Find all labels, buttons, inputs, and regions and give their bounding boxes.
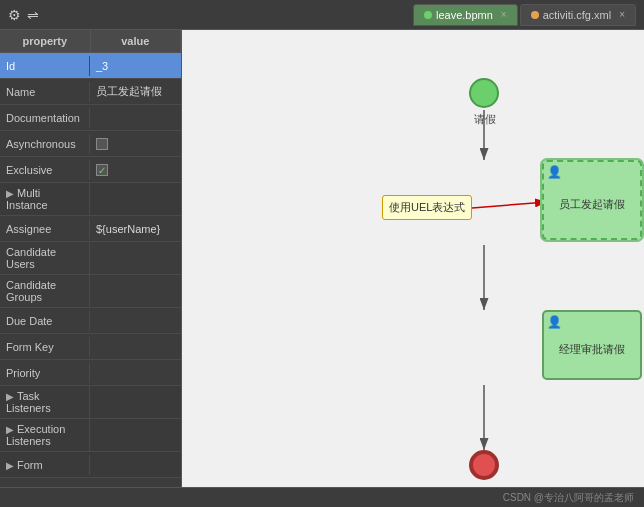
tab-dot-xml	[531, 11, 539, 19]
prop-name-name: Name	[0, 82, 90, 102]
prop-name-due-date: Due Date	[0, 311, 90, 331]
prop-name-exclusive: Exclusive	[0, 160, 90, 180]
prop-name-multi-instance: ▶Multi Instance	[0, 183, 90, 215]
tab-close-bpmn[interactable]: ×	[501, 9, 507, 20]
prop-row-form[interactable]: ▶Form	[0, 452, 181, 478]
prop-table-header: property value	[0, 30, 181, 53]
prop-name-documentation: Documentation	[0, 108, 90, 128]
tab-label-xml: activiti.cfg.xml	[543, 9, 611, 21]
footer-text: CSDN @专治八阿哥的孟老师	[503, 491, 634, 505]
prop-row-form-key[interactable]: Form Key	[0, 334, 181, 360]
prop-row-assignee[interactable]: Assignee ${userName}	[0, 216, 181, 242]
prop-value-form	[90, 461, 181, 469]
prop-row-multi-instance[interactable]: ▶Multi Instance	[0, 183, 181, 216]
prop-row-candidate-groups[interactable]: Candidate Groups	[0, 275, 181, 308]
tab-bar: leave.bpmn × activiti.cfg.xml ×	[413, 4, 636, 26]
toolbar: ⚙ ⇌ leave.bpmn × activiti.cfg.xml ×	[0, 0, 644, 30]
prop-row-asynchronous[interactable]: Asynchronous	[0, 131, 181, 157]
annotation-text: 使用UEL表达式	[389, 201, 465, 213]
prop-value-documentation[interactable]	[90, 114, 181, 122]
toolbar-icons: ⚙ ⇌	[8, 7, 39, 23]
prop-col-property: property	[0, 30, 91, 52]
expand-icon-task-listeners: ▶	[6, 391, 14, 402]
prop-name-id: Id	[0, 56, 90, 76]
prop-name-task-listeners: ▶Task Listeners	[0, 386, 90, 418]
task-manager-approve[interactable]: 👤 经理审批请假	[542, 310, 642, 380]
prop-value-form-key[interactable]	[90, 343, 181, 351]
prop-value-name[interactable]: 员工发起请假	[90, 80, 181, 103]
task-employee-request[interactable]: 👤 员工发起请假	[542, 160, 642, 240]
expand-icon-multi: ▶	[6, 188, 14, 199]
start-event[interactable]	[469, 78, 499, 108]
task2-label: 经理审批请假	[559, 342, 625, 357]
prop-name-form: ▶Form	[0, 455, 90, 475]
prop-row-candidate-users[interactable]: Candidate Users	[0, 242, 181, 275]
tab-activiti-cfg[interactable]: activiti.cfg.xml ×	[520, 4, 636, 26]
task-icon-manager: 👤	[547, 315, 562, 329]
prop-name-candidate-groups: Candidate Groups	[0, 275, 90, 307]
prop-value-assignee[interactable]: ${userName}	[90, 219, 181, 239]
annotation-box: 使用UEL表达式	[382, 195, 472, 220]
prop-name-priority: Priority	[0, 363, 90, 383]
prop-value-task-listeners	[90, 398, 181, 406]
prop-value-due-date[interactable]	[90, 317, 181, 325]
prop-value-exclusive[interactable]	[90, 159, 181, 180]
prop-name-candidate-users: Candidate Users	[0, 242, 90, 274]
checkbox-exclusive[interactable]	[96, 164, 108, 176]
prop-value-priority[interactable]	[90, 369, 181, 377]
task-icon-employee: 👤	[547, 165, 562, 179]
diagram-canvas: 请假 👤 员工发起请假 👤 经理审批请假 使用UEL表达式	[182, 30, 644, 487]
prop-col-value: value	[91, 30, 182, 52]
prop-value-candidate-users[interactable]	[90, 254, 181, 262]
prop-name-assignee: Assignee	[0, 219, 90, 239]
prop-row-id[interactable]: Id _3	[0, 53, 181, 79]
main-content: property value Id _3 Name 员工发起请假 Documen…	[0, 30, 644, 487]
svg-line-5	[472, 202, 547, 208]
prop-row-documentation[interactable]: Documentation	[0, 105, 181, 131]
expand-icon-form: ▶	[6, 460, 14, 471]
prop-name-asynchronous: Asynchronous	[0, 134, 90, 154]
prop-row-due-date[interactable]: Due Date	[0, 308, 181, 334]
diagram-arrows	[182, 30, 644, 487]
prop-value-id[interactable]: _3	[90, 56, 181, 76]
checkbox-asynchronous[interactable]	[96, 138, 108, 150]
footer: CSDN @专治八阿哥的孟老师	[0, 487, 644, 507]
prop-row-task-listeners[interactable]: ▶Task Listeners	[0, 386, 181, 419]
prop-row-priority[interactable]: Priority	[0, 360, 181, 386]
prop-value-asynchronous[interactable]	[90, 133, 181, 154]
expand-icon-execution-listeners: ▶	[6, 424, 14, 435]
prop-row-exclusive[interactable]: Exclusive	[0, 157, 181, 183]
prop-value-multi-instance	[90, 195, 181, 203]
task1-label: 员工发起请假	[559, 197, 625, 212]
start-event-label: 请假	[460, 112, 510, 127]
prop-value-execution-listeners	[90, 431, 181, 439]
prop-name-form-key: Form Key	[0, 337, 90, 357]
settings-icon[interactable]: ⚙	[8, 7, 21, 23]
prop-row-execution-listeners[interactable]: ▶Execution Listeners	[0, 419, 181, 452]
prop-name-execution-listeners: ▶Execution Listeners	[0, 419, 90, 451]
tab-leave-bpmn[interactable]: leave.bpmn ×	[413, 4, 518, 26]
tab-dot-bpmn	[424, 11, 432, 19]
tab-label-bpmn: leave.bpmn	[436, 9, 493, 21]
prop-value-candidate-groups[interactable]	[90, 287, 181, 295]
split-icon[interactable]: ⇌	[27, 7, 39, 23]
prop-row-name[interactable]: Name 员工发起请假	[0, 79, 181, 105]
tab-close-xml[interactable]: ×	[619, 9, 625, 20]
diagram-panel[interactable]: 请假 👤 员工发起请假 👤 经理审批请假 使用UEL表达式	[182, 30, 644, 487]
end-event[interactable]	[469, 450, 499, 480]
properties-panel: property value Id _3 Name 员工发起请假 Documen…	[0, 30, 182, 487]
